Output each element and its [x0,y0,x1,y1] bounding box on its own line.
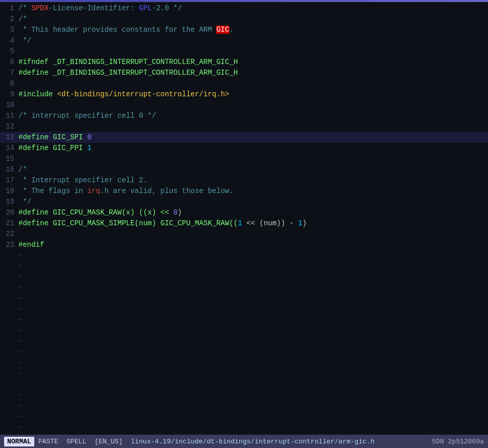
tilde-line: ~ [0,272,488,283]
tilde-line: ~ [0,401,488,412]
tilde-marker: ~ [18,347,488,358]
code-area[interactable]: 1/* SPDX-License-Identifier: GPL-2.0 */2… [0,2,488,435]
code-line: 23#endif [0,240,488,250]
line-number: 4 [0,35,18,46]
tilde-line: ~ [0,422,488,433]
tilde-marker: ~ [18,272,488,283]
tilde-marker: ~ [18,379,488,390]
tilde-line: ~ [0,261,488,272]
position-indicator: 5DN 2p512060a [432,438,484,445]
line-content: #define GIC_CPU_MASK_SIMPLE(num) GIC_CPU… [18,218,488,229]
tilde-marker: ~ [18,336,488,347]
line-content: * This header provides constants for the… [18,25,488,35]
code-line: 6#ifndef _DT_BINDINGS_INTERRUPT_CONTROLL… [0,57,488,68]
tilde-line: ~ [0,293,488,304]
code-line: 15 [0,154,488,164]
line-number: 9 [0,89,18,100]
paste-indicator: PASTE [38,438,58,445]
line-content: /* [18,164,488,175]
tilde-line: ~ [0,315,488,326]
tilde-line: ~ [0,390,488,401]
line-number: 1 [0,3,18,14]
code-line: 22 [0,229,488,240]
code-line: 12 [0,121,488,132]
tilde-marker: ~ [18,412,488,422]
tilde-marker: ~ [18,358,488,369]
code-line: 10 [0,100,488,111]
tilde-line: ~ [0,358,488,369]
line-content: * The flags in irq.h are valid, plus tho… [18,186,488,197]
line-number: 8 [0,78,18,89]
tilde-marker: ~ [18,250,488,261]
line-number: 11 [0,111,18,121]
tilde-marker: ~ [18,390,488,401]
code-line: 5 [0,46,488,57]
tilde-line: ~ [0,250,488,261]
editor-container: 1/* SPDX-License-Identifier: GPL-2.0 */2… [0,0,488,448]
code-line: 21#define GIC_CPU_MASK_SIMPLE(num) GIC_C… [0,218,488,229]
code-line: 19 */ [0,197,488,207]
line-content: #include <dt-bindings/interrupt-controll… [18,89,488,100]
tilde-line: ~ [0,347,488,358]
code-line: 18 * The flags in irq.h are valid, plus … [0,186,488,197]
code-line: 4 */ [0,35,488,46]
line-content: /* [18,14,488,25]
tilde-marker: ~ [18,304,488,315]
tilde-line: ~ [0,412,488,422]
tilde-line: ~ [0,326,488,336]
code-line: 3 * This header provides constants for t… [0,25,488,35]
code-line: 11/* interrupt specifier cell 0 */ [0,111,488,121]
line-number: 18 [0,186,18,197]
line-number: 5 [0,46,18,57]
line-number: 16 [0,164,18,175]
tilde-marker: ~ [18,293,488,304]
spell-indicator: SPELL [67,438,87,445]
line-number: 12 [0,121,18,132]
line-content: */ [18,35,488,46]
line-number: 20 [0,207,18,218]
line-number: 23 [0,240,18,250]
tilde-line: ~ [0,336,488,347]
code-line: 9#include <dt-bindings/interrupt-control… [0,89,488,100]
line-number: 19 [0,197,18,207]
tilde-line: ~ [0,304,488,315]
line-content: */ [18,197,488,207]
tilde-marker: ~ [18,369,488,379]
line-number: 13 [0,132,18,143]
code-line: 7#define _DT_BINDINGS_INTERRUPT_CONTROLL… [0,68,488,78]
line-content: /* SPDX-License-Identifier: GPL-2.0 */ [18,3,488,14]
line-number: 21 [0,218,18,229]
code-line: 2/* [0,14,488,25]
line-number: 14 [0,143,18,154]
line-content: /* interrupt specifier cell 0 */ [18,111,488,121]
tilde-marker: ~ [18,401,488,412]
line-number: 3 [0,25,18,35]
tilde-marker: ~ [18,261,488,272]
code-line: 13#define GIC_SPI 0 [0,132,488,143]
code-line: 20#define GIC_CPU_MASK_RAW(x) ((x) << 8) [0,207,488,218]
code-line: 1/* SPDX-License-Identifier: GPL-2.0 */ [0,3,488,14]
tilde-marker: ~ [18,315,488,326]
line-number: 6 [0,57,18,68]
line-number: 17 [0,175,18,186]
line-content: #define _DT_BINDINGS_INTERRUPT_CONTROLLE… [18,68,488,78]
tilde-line: ~ [0,369,488,379]
line-content: #endif [18,240,488,250]
mode-indicator: NORMAL [4,437,34,446]
tilde-line: ~ [0,379,488,390]
tilde-marker: ~ [18,283,488,293]
code-line: 8 [0,78,488,89]
line-content: #define GIC_PPI 1 [18,143,488,154]
line-content: * Interrupt specifier cell 2. [18,175,488,186]
tilde-marker: ~ [18,422,488,433]
line-content: #ifndef _DT_BINDINGS_INTERRUPT_CONTROLLE… [18,57,488,68]
line-number: 7 [0,68,18,78]
filepath-indicator: linux-4.19/include/dt-bindings/interrupt… [131,438,432,445]
code-line: 14#define GIC_PPI 1 [0,143,488,154]
status-bar: NORMAL PASTE SPELL [EN_US] linux-4.19/in… [0,435,488,448]
line-number: 10 [0,100,18,111]
tilde-line: ~ [0,283,488,293]
line-number: 2 [0,14,18,25]
line-number: 15 [0,154,18,164]
code-line: 17 * Interrupt specifier cell 2. [0,175,488,186]
